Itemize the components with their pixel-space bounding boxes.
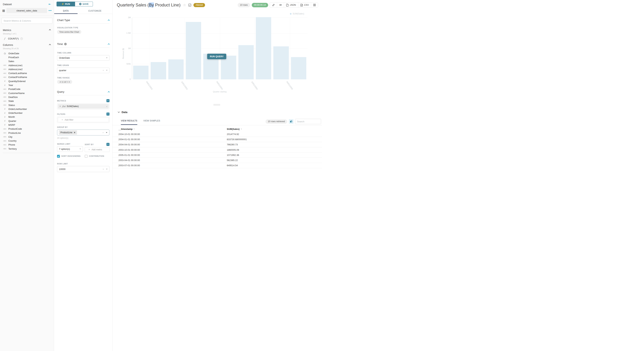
column-item[interactable]: ABCState <box>0 99 54 103</box>
export-csv-button[interactable]: .CSV <box>298 2 311 8</box>
table-row[interactable]: 2003-10-01 00:00:001860005.09 <box>112 147 322 152</box>
section-collapse-icon[interactable] <box>108 43 110 45</box>
column-item[interactable]: ABCProductLine <box>0 131 54 135</box>
bar-2004-04-01[interactable] <box>221 56 236 79</box>
tab-customize[interactable]: CUSTOMIZE <box>78 8 112 14</box>
table-row[interactable]: 2005-01-01 00:00:001071992.36 <box>112 152 322 158</box>
dataset-panel-title: Dataset <box>3 3 12 6</box>
section-collapse-icon[interactable] <box>108 91 110 93</box>
bar-2005-04-01[interactable] <box>291 57 306 79</box>
bar-2003-07-01[interactable] <box>168 60 184 79</box>
column-item[interactable]: #Quarter <box>0 119 54 123</box>
dataset-name[interactable]: cleaned_sales_data <box>6 8 47 13</box>
row-limit-select[interactable]: 10000 × <box>57 166 110 172</box>
add-metric-button[interactable]: + <box>106 99 110 102</box>
time-column-select[interactable]: OrderDate <box>57 55 110 61</box>
clear-icon[interactable]: × <box>102 131 104 134</box>
columns-collapse-icon[interactable] <box>49 44 51 46</box>
bar-2005-01-01[interactable] <box>273 46 289 79</box>
column-item[interactable]: #OrderNumber <box>0 111 54 115</box>
column-item[interactable]: ABCContactLastName <box>0 71 54 75</box>
run-query-overlay-button[interactable]: RUN QUERY <box>207 54 226 59</box>
metric-chip[interactable]: × ƒ(x) SUM(Sales) › <box>58 104 109 108</box>
table-cell: 649514.54 <box>227 164 322 167</box>
export-json-button[interactable]: .JSON <box>284 2 298 8</box>
column-header-timestamp[interactable]: __timestamp <box>118 128 227 130</box>
time-range-value[interactable]: -∞ ≤ col < ∞ <box>57 80 72 84</box>
group-by-select[interactable]: ProductLine ✕ × <box>57 130 110 136</box>
resize-drag-handle[interactable] <box>214 104 220 106</box>
column-item[interactable]: Sales <box>0 60 54 63</box>
column-item[interactable]: ◷OrderDate <box>0 51 54 55</box>
altered-badge[interactable]: Altered <box>194 3 205 7</box>
add-filter-button[interactable]: + <box>106 112 110 116</box>
table-row[interactable]: 2003-04-01 00:00:00562365.22 <box>112 158 322 163</box>
column-item-label: CustomerName <box>8 92 24 94</box>
add-sort-metric-button[interactable]: + <box>106 143 110 146</box>
collapse-panel-icon[interactable]: ⇤ <box>49 2 51 6</box>
column-item[interactable]: #QuantityOrdered <box>0 79 54 83</box>
bar-2003-10-01[interactable] <box>186 22 201 79</box>
chart-legend[interactable]: SUM(Sales) <box>290 12 304 15</box>
table-row[interactable]: 2003-07-01 00:00:00649514.54 <box>112 163 322 168</box>
clear-icon[interactable]: × <box>102 168 104 170</box>
add-sort-metric-dropzone[interactable]: ＋ Add metric <box>85 147 110 152</box>
favorite-star-icon[interactable]: ☆ <box>183 3 186 7</box>
clear-icon[interactable]: × <box>102 69 104 72</box>
bar-2004-10-01[interactable] <box>256 17 271 79</box>
tab-data[interactable]: DATA <box>54 8 78 14</box>
column-item[interactable]: ABCPostalCode <box>0 87 54 91</box>
chevron-right-icon[interactable]: › <box>105 105 109 108</box>
column-item[interactable]: ABCPhone <box>0 143 54 147</box>
column-item[interactable]: #MSRP <box>0 123 54 127</box>
embed-code-button[interactable]: </> <box>277 2 284 8</box>
column-item[interactable]: ABCTerritory <box>0 147 54 151</box>
column-item[interactable]: ABCCountry <box>0 139 54 143</box>
metrics-columns-search-input[interactable] <box>2 18 52 24</box>
remove-metric-icon[interactable]: × <box>58 105 62 108</box>
chart-menu-button[interactable] <box>311 2 318 8</box>
column-item[interactable]: PriceEach <box>0 55 54 59</box>
column-item[interactable]: ABCDealSize <box>0 95 54 99</box>
results-search-input[interactable] <box>295 119 321 124</box>
sort-descending-checkbox[interactable]: SORT DESCENDING <box>57 155 83 158</box>
column-item[interactable]: #Year <box>0 83 54 87</box>
bar-2003-04-01[interactable] <box>151 62 166 79</box>
edit-properties-icon[interactable] <box>188 4 191 6</box>
column-item[interactable]: ABCContactFirstName <box>0 75 54 79</box>
column-item[interactable]: ABCAddressLine2 <box>0 67 54 71</box>
section-collapse-icon[interactable] <box>108 20 110 22</box>
bar-2003-01-01[interactable] <box>133 66 148 79</box>
tab-view-samples[interactable]: VIEW SAMPLES <box>143 120 160 125</box>
chart-title[interactable]: Quarterly Sales (By Product Line) <box>117 2 180 8</box>
metric-item[interactable]: ƒ COUNT(*) ? <box>0 37 54 40</box>
column-item[interactable]: ABCProductCode <box>0 127 54 131</box>
tab-view-results[interactable]: VIEW RESULTS <box>121 120 137 125</box>
column-item[interactable]: #Month <box>0 115 54 119</box>
column-item[interactable]: ABCCustomerName <box>0 91 54 95</box>
file-icon <box>286 4 288 6</box>
column-item[interactable]: ABCStatus <box>0 103 54 107</box>
copy-link-button[interactable] <box>270 2 277 8</box>
contribution-checkbox[interactable]: CONTRIBUTION <box>85 155 104 158</box>
series-limit-select[interactable]: 7 option(s) <box>57 146 83 152</box>
table-row[interactable]: 2004-10-01 00:00:002014774.92 <box>112 132 322 137</box>
table-row[interactable]: 2004-01-01 00:00:00833730.680000001 <box>112 137 322 142</box>
group-by-tag[interactable]: ProductLine ✕ <box>59 130 77 135</box>
metrics-collapse-icon[interactable] <box>49 29 51 31</box>
time-grain-select[interactable]: quarter × <box>57 68 110 73</box>
bar-2004-07-01[interactable] <box>238 45 254 79</box>
column-header-sum-sales[interactable]: SUM(Sales) <box>227 128 322 130</box>
column-item[interactable]: #OrderLineNumber <box>0 107 54 111</box>
table-row[interactable]: 2004-04-01 00:00:00766260.73 <box>112 142 322 147</box>
column-item[interactable]: ABCCity <box>0 135 54 139</box>
copy-data-button[interactable] <box>289 119 294 124</box>
add-filter-dropzone[interactable]: ＋ Add filter <box>58 117 109 122</box>
save-button[interactable]: + SAVE <box>75 2 93 6</box>
column-item[interactable]: ABCAddressLine1 <box>0 63 54 67</box>
run-button[interactable]: ⚡ RUN <box>56 2 75 6</box>
remove-tag-icon[interactable]: ✕ <box>74 132 76 134</box>
visualization-type-value[interactable]: Time-series Bar Chart <box>57 30 81 34</box>
dataset-more-icon[interactable]: ••• <box>48 9 52 12</box>
data-section-toggle[interactable]: Data <box>118 110 128 114</box>
